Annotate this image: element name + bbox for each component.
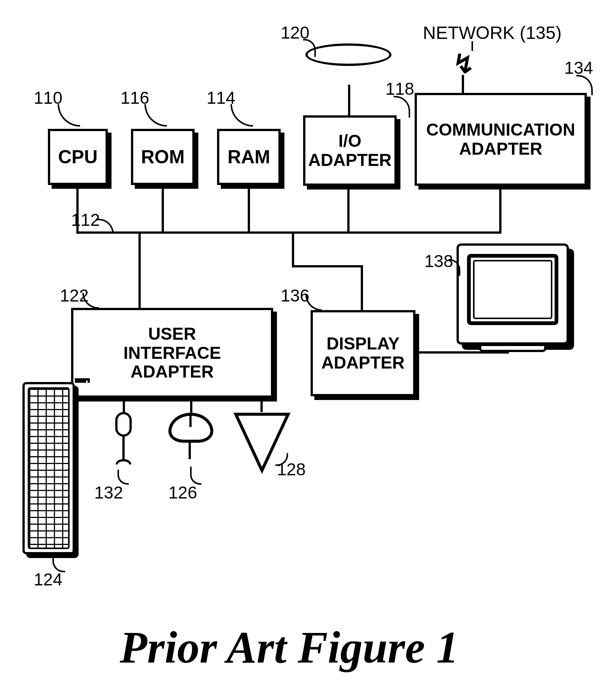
- cpu-box: CPU: [48, 129, 108, 185]
- label-124: 124: [34, 569, 62, 590]
- connector: [260, 398, 263, 412]
- comm-text: COMMUNICATION ADAPTER: [426, 120, 575, 158]
- rom-text: ROM: [141, 147, 185, 167]
- label-132: 132: [94, 482, 123, 503]
- connector: [123, 398, 125, 413]
- leader: [58, 104, 80, 127]
- leader: [96, 219, 114, 234]
- display-adapter-box: DISPLAY ADAPTER: [311, 310, 415, 396]
- leader: [394, 96, 410, 118]
- ui-text: USER INTERFACE ADAPTER: [123, 324, 221, 381]
- leader: [303, 39, 316, 57]
- connector: [462, 75, 464, 93]
- microphone-icon: [112, 412, 135, 472]
- io-text: I/O ADAPTER: [308, 131, 391, 169]
- mouse-icon: [168, 413, 213, 469]
- diagram-canvas: CPU ROM RAM I/O ADAPTER COMMUNICATION AD…: [7, 7, 601, 700]
- connector: [348, 85, 350, 115]
- connector: [361, 265, 363, 310]
- disp-text: DISPLAY ADAPTER: [321, 334, 405, 372]
- connector: [347, 186, 350, 234]
- leader: [144, 104, 167, 127]
- rom-box: ROM: [131, 129, 195, 185]
- connector: [292, 231, 294, 265]
- connector: [415, 351, 509, 354]
- connector: [88, 378, 90, 383]
- comm-adapter-box: COMMUNICATION ADAPTER: [415, 93, 587, 186]
- disk-icon: [305, 43, 391, 88]
- leader: [472, 41, 473, 51]
- keyboard-icon: [22, 382, 75, 554]
- connector: [162, 185, 164, 234]
- leader: [305, 294, 322, 311]
- label-network: NETWORK (135): [423, 22, 562, 43]
- ui-adapter-box: USER INTERFACE ADAPTER: [71, 308, 273, 398]
- label-118: 118: [385, 79, 414, 99]
- io-adapter-box: I/O ADAPTER: [303, 115, 397, 186]
- ram-text: RAM: [228, 147, 270, 167]
- connector: [499, 186, 501, 234]
- leader: [190, 467, 201, 485]
- leader: [576, 75, 593, 95]
- ram-box: RAM: [217, 129, 281, 185]
- figure-caption: Prior Art Figure 1: [120, 622, 459, 673]
- connector: [138, 231, 141, 308]
- label-126: 126: [168, 482, 197, 503]
- cpu-text: CPU: [58, 147, 98, 167]
- monitor-icon: [457, 243, 569, 356]
- leader: [82, 293, 99, 309]
- connector: [248, 185, 250, 234]
- connector: [75, 381, 86, 383]
- connector: [190, 398, 192, 414]
- connector: [292, 265, 363, 267]
- leader: [231, 104, 253, 127]
